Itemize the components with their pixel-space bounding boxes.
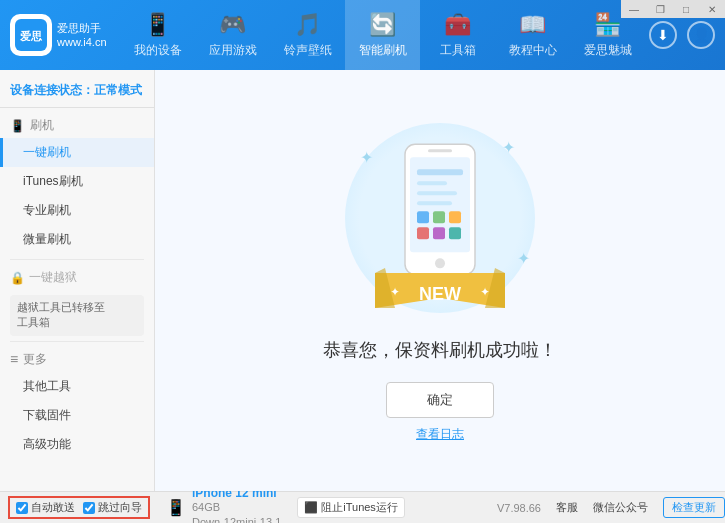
svg-text:爱思: 爱思 xyxy=(20,30,43,42)
user-button[interactable]: 👤 xyxy=(687,21,715,49)
sidebar-locked-jailbreak: 🔒 一键越狱 xyxy=(0,265,154,290)
flash-section-label: 刷机 xyxy=(30,117,54,134)
toolbox-icon: 🧰 xyxy=(444,12,471,38)
svg-text:✦: ✦ xyxy=(390,285,400,299)
logo-area: 爱思 爱思助手 www.i4.cn xyxy=(10,14,120,56)
sidebar-item-pro-flash[interactable]: 专业刷机 xyxy=(0,196,154,225)
apps-games-icon: 🎮 xyxy=(219,12,246,38)
svg-rect-14 xyxy=(433,227,445,239)
sidebar-separator-2 xyxy=(10,341,144,342)
smart-store-icon: 🔄 xyxy=(369,12,396,38)
nav-tutorial[interactable]: 📖 教程中心 xyxy=(495,0,570,70)
nav-smart-store[interactable]: 🔄 智能刷机 xyxy=(345,0,420,70)
svg-text:NEW: NEW xyxy=(419,284,461,304)
nav-ringtones-label: 铃声壁纸 xyxy=(284,42,332,59)
sidebar-item-advanced[interactable]: 高级功能 xyxy=(0,430,154,459)
check-update-button[interactable]: 检查更新 xyxy=(663,497,725,518)
svg-rect-9 xyxy=(417,201,452,205)
bottom-bar: 自动敢送 跳过向导 📱 iPhone 12 mini 64GB Down-12m… xyxy=(0,491,725,523)
download-button[interactable]: ⬇ xyxy=(649,21,677,49)
device-model: Down-12mini-13,1 xyxy=(192,515,281,524)
nav-fan-city-label: 爱思魅城 xyxy=(584,42,632,59)
header: 爱思 爱思助手 www.i4.cn 📱 我的设备 🎮 应用游戏 🎵 铃声壁纸 xyxy=(0,0,725,70)
ringtones-icon: 🎵 xyxy=(294,12,321,38)
auto-start-checkbox[interactable]: 自动敢送 xyxy=(16,500,75,515)
logo-icon: 爱思 xyxy=(10,14,52,56)
device-storage: 64GB xyxy=(192,500,281,514)
svg-rect-13 xyxy=(417,227,429,239)
nav-items: 📱 我的设备 🎮 应用游戏 🎵 铃声壁纸 🔄 智能刷机 🧰 工具箱 📖 xyxy=(120,0,645,70)
sidebar-item-one-click-flash[interactable]: 一键刷机 xyxy=(0,138,154,167)
sidebar: 设备连接状态：正常模式 📱 刷机 一键刷机 iTunes刷机 专业刷机 微量刷机… xyxy=(0,70,155,491)
auto-start-input[interactable] xyxy=(16,502,28,514)
checkbox-group: 自动敢送 跳过向导 xyxy=(8,496,150,519)
maximize-button[interactable]: □ xyxy=(673,0,699,18)
nav-apps-games[interactable]: 🎮 应用游戏 xyxy=(195,0,270,70)
locked-label: 一键越狱 xyxy=(29,269,77,286)
sidebar-item-micro-flash[interactable]: 微量刷机 xyxy=(0,225,154,254)
sidebar-item-download-firmware[interactable]: 下载固件 xyxy=(0,401,154,430)
version-text: V7.98.66 xyxy=(497,502,541,514)
nav-my-device[interactable]: 📱 我的设备 xyxy=(120,0,195,70)
device-phone-icon: 📱 xyxy=(166,498,186,517)
svg-rect-7 xyxy=(417,181,447,185)
restore-button[interactable]: ❐ xyxy=(647,0,673,18)
skip-wizard-checkbox[interactable]: 跳过向导 xyxy=(83,500,142,515)
header-right: ⬇ 👤 xyxy=(645,21,715,49)
nav-apps-games-label: 应用游戏 xyxy=(209,42,257,59)
stop-itunes-button[interactable]: ⬛ 阻止iTunes运行 xyxy=(297,497,405,518)
auto-start-label: 自动敢送 xyxy=(31,500,75,515)
stop-itunes-section: ⬛ 阻止iTunes运行 xyxy=(297,497,405,518)
svg-rect-6 xyxy=(417,169,463,175)
bottom-right: V7.98.66 客服 微信公众号 检查更新 xyxy=(497,497,725,518)
sidebar-section-more: ≡ 更多 xyxy=(0,347,154,372)
sidebar-item-other-tools[interactable]: 其他工具 xyxy=(0,372,154,401)
retry-link[interactable]: 查看日志 xyxy=(416,426,464,443)
logo-text: 爱思助手 www.i4.cn xyxy=(57,21,107,50)
content-area: ✦ ✦ ✦ xyxy=(155,70,725,491)
skip-wizard-input[interactable] xyxy=(83,502,95,514)
device-section: 📱 iPhone 12 mini 64GB Down-12mini-13,1 xyxy=(158,486,289,523)
customer-service-link[interactable]: 客服 xyxy=(556,500,578,515)
device-status: 设备连接状态：正常模式 xyxy=(0,78,154,108)
success-message: 恭喜您，保资料刷机成功啦！ xyxy=(323,338,557,362)
stop-itunes-label: 阻止iTunes运行 xyxy=(321,500,398,515)
fan-city-icon: 🏪 xyxy=(594,12,621,38)
minimize-button[interactable]: — xyxy=(621,0,647,18)
svg-rect-12 xyxy=(449,211,461,223)
skip-wizard-label: 跳过向导 xyxy=(98,500,142,515)
svg-rect-11 xyxy=(433,211,445,223)
sidebar-separator-1 xyxy=(10,259,144,260)
svg-rect-15 xyxy=(449,227,461,239)
phone-illustration: ✦ ✦ ✦ xyxy=(330,118,550,318)
sparkle-2: ✦ xyxy=(502,138,515,157)
main-body: 设备连接状态：正常模式 📱 刷机 一键刷机 iTunes刷机 专业刷机 微量刷机… xyxy=(0,70,725,491)
more-section-icon: ≡ xyxy=(10,351,18,367)
sparkle-3: ✦ xyxy=(517,249,530,268)
nav-toolbox-label: 工具箱 xyxy=(440,42,476,59)
svg-rect-5 xyxy=(428,149,452,152)
nav-smart-store-label: 智能刷机 xyxy=(359,42,407,59)
svg-text:✦: ✦ xyxy=(480,285,490,299)
device-info-block: iPhone 12 mini 64GB Down-12mini-13,1 xyxy=(192,486,281,523)
svg-rect-8 xyxy=(417,191,457,195)
nav-ringtones[interactable]: 🎵 铃声壁纸 xyxy=(270,0,345,70)
flash-section-icon: 📱 xyxy=(10,119,25,133)
new-badge: ✦ ✦ NEW xyxy=(375,258,505,308)
sidebar-notice: 越狱工具已转移至工具箱 xyxy=(10,295,144,336)
sidebar-section-flash: 📱 刷机 xyxy=(0,113,154,138)
notice-text: 越狱工具已转移至工具箱 xyxy=(17,301,105,328)
window-controls: — ❐ □ ✕ xyxy=(621,0,725,18)
status-label: 设备连接状态： xyxy=(10,83,94,97)
status-value: 正常模式 xyxy=(94,83,142,97)
more-section-label: 更多 xyxy=(23,351,47,368)
svg-rect-10 xyxy=(417,211,429,223)
close-button[interactable]: ✕ xyxy=(699,0,725,18)
nav-toolbox[interactable]: 🧰 工具箱 xyxy=(420,0,495,70)
stop-itunes-icon: ⬛ xyxy=(304,501,318,514)
my-device-icon: 📱 xyxy=(144,12,171,38)
sidebar-item-itunes-flash[interactable]: iTunes刷机 xyxy=(0,167,154,196)
confirm-button[interactable]: 确定 xyxy=(386,382,494,418)
sparkle-1: ✦ xyxy=(360,148,373,167)
wechat-public-link[interactable]: 微信公众号 xyxy=(593,500,648,515)
